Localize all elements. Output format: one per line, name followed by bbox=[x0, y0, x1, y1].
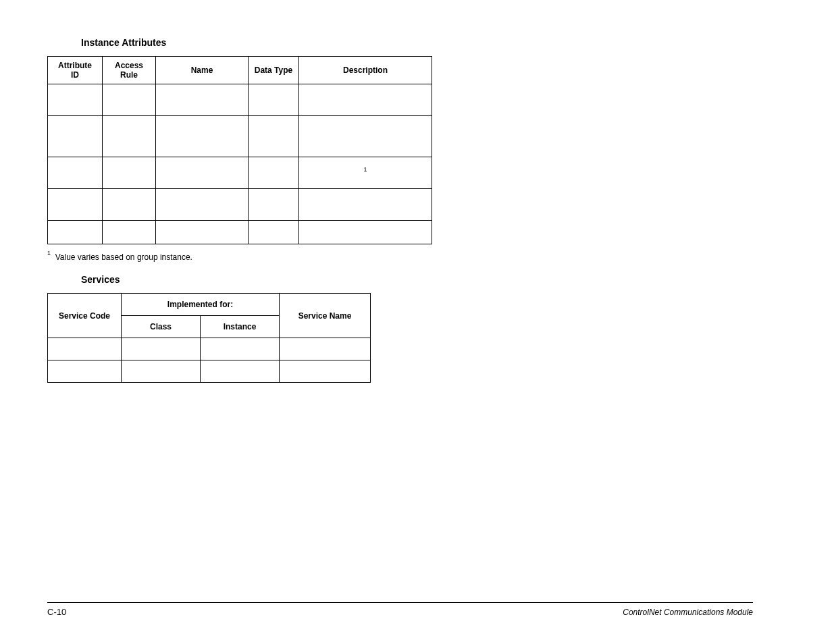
table-row bbox=[48, 360, 371, 383]
table-row: 1 bbox=[48, 157, 432, 189]
cell bbox=[156, 157, 249, 189]
col-header-service-code: Service Code bbox=[48, 294, 122, 338]
cell bbox=[249, 189, 299, 221]
heading-instance-attributes: Instance Attributes bbox=[81, 37, 753, 48]
page-footer: C-10 ControlNet Communications Module bbox=[47, 602, 753, 617]
table-row bbox=[48, 221, 432, 244]
cell bbox=[156, 84, 249, 116]
col-header-service-name: Service Name bbox=[280, 294, 371, 338]
cell bbox=[103, 116, 156, 157]
cell bbox=[249, 157, 299, 189]
cell bbox=[280, 360, 371, 383]
cell bbox=[122, 338, 201, 360]
col-header-instance: Instance bbox=[201, 316, 280, 338]
cell-description bbox=[299, 189, 432, 221]
cell bbox=[122, 360, 201, 383]
cell bbox=[48, 360, 122, 383]
cell-description: 1 bbox=[299, 157, 432, 189]
cell-description bbox=[299, 116, 432, 157]
table-row bbox=[48, 84, 432, 116]
cell bbox=[48, 338, 122, 360]
document-page: Instance Attributes Attribute ID Access … bbox=[0, 0, 834, 644]
col-header-class: Class bbox=[122, 316, 201, 338]
cell bbox=[103, 157, 156, 189]
cell bbox=[48, 221, 103, 244]
cell bbox=[103, 189, 156, 221]
cell bbox=[249, 84, 299, 116]
footer-row: C-10 ControlNet Communications Module bbox=[47, 607, 753, 617]
cell bbox=[48, 116, 103, 157]
col-header-attribute-id: Attribute ID bbox=[48, 57, 103, 84]
cell bbox=[156, 189, 249, 221]
col-group-implemented-for: Implemented for: bbox=[122, 294, 280, 316]
cell bbox=[103, 221, 156, 244]
table-header-row: Attribute ID Access Rule Name Data Type … bbox=[48, 57, 432, 84]
table-row bbox=[48, 189, 432, 221]
col-header-name: Name bbox=[156, 57, 249, 84]
instance-attributes-table: Attribute ID Access Rule Name Data Type … bbox=[47, 56, 432, 244]
cell bbox=[48, 84, 103, 116]
table-row bbox=[48, 338, 371, 360]
cell-description bbox=[299, 84, 432, 116]
table-row bbox=[48, 116, 432, 157]
cell bbox=[48, 189, 103, 221]
col-header-access-rule: Access Rule bbox=[103, 57, 156, 84]
table-header-row: Service Code Implemented for: Service Na… bbox=[48, 294, 371, 316]
cell bbox=[201, 338, 280, 360]
footnote-number: 1 bbox=[47, 250, 51, 257]
cell bbox=[156, 221, 249, 244]
col-header-data-type: Data Type bbox=[249, 57, 299, 84]
cell bbox=[249, 116, 299, 157]
footer-rule bbox=[47, 602, 753, 603]
services-table: Service Code Implemented for: Service Na… bbox=[47, 293, 371, 383]
cell bbox=[156, 116, 249, 157]
footnote-text: Value varies based on group instance. bbox=[55, 252, 192, 262]
cell bbox=[48, 157, 103, 189]
col-header-description: Description bbox=[299, 57, 432, 84]
document-title: ControlNet Communications Module bbox=[623, 608, 753, 617]
cell bbox=[103, 84, 156, 116]
cell bbox=[201, 360, 280, 383]
footnote-marker: 1 bbox=[363, 166, 367, 173]
page-number: C-10 bbox=[47, 607, 66, 617]
footnote: 1 Value varies based on group instance. bbox=[47, 251, 753, 262]
cell bbox=[249, 221, 299, 244]
cell-description bbox=[299, 221, 432, 244]
heading-services: Services bbox=[81, 274, 753, 285]
cell bbox=[280, 338, 371, 360]
